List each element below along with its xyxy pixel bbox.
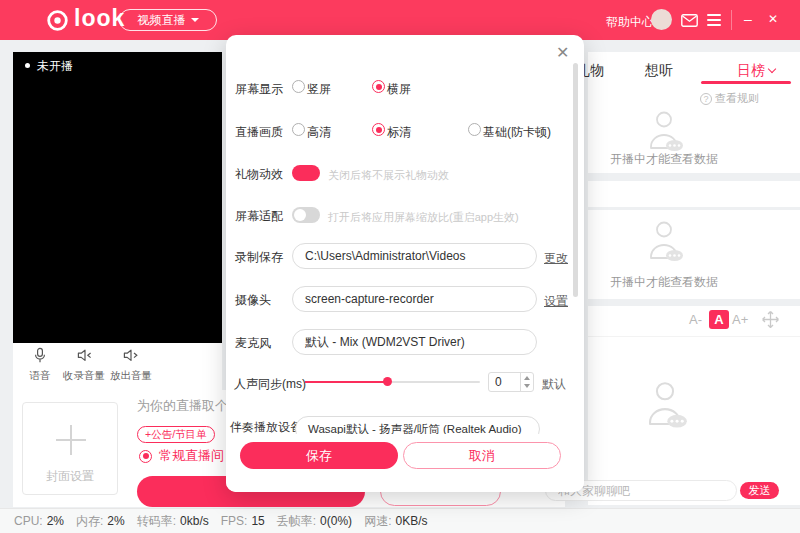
radio-landscape[interactable] [372, 80, 385, 93]
cover-upload-button[interactable]: 封面设置 [22, 402, 118, 495]
stream-mode-dropdown[interactable]: 视频直播 [119, 9, 217, 31]
stepper-arrows[interactable] [520, 373, 533, 391]
font-smaller-button[interactable]: A- [689, 312, 702, 327]
divider [588, 336, 800, 337]
empty-data-hint: 开播中才能查看数据 [588, 274, 740, 291]
stream-mode-label: 视频直播 [138, 13, 186, 27]
spacer-card [588, 181, 800, 207]
room-type-label: 常规直播间 [159, 447, 224, 465]
move-icon[interactable] [761, 310, 780, 333]
room-type-radio[interactable]: 常规直播间 [139, 447, 224, 465]
data-card: 开播中才能查看数据 [588, 210, 800, 299]
gift-effect-toggle[interactable] [292, 165, 320, 181]
arrow-down-icon [524, 384, 530, 388]
stat-memory: 内存:2% [76, 513, 125, 530]
view-rules-link[interactable]: ? 查看规则 [700, 91, 759, 106]
screen-fit-hint: 打开后将应用屏幕缩放比(重启app生效) [328, 210, 519, 225]
window-close-button[interactable]: ✕ [768, 9, 778, 29]
cancel-button[interactable]: 取消 [403, 442, 561, 469]
chevron-down-icon [768, 65, 776, 73]
quality-label: 直播画质 [235, 124, 283, 141]
save-button[interactable]: 保存 [240, 442, 398, 469]
video-preview: 未开播 [13, 52, 222, 343]
radio-sd-label[interactable]: 标清 [387, 124, 411, 141]
menu-icon[interactable] [707, 14, 721, 29]
user-silhouette-icon [644, 110, 684, 156]
question-icon: ? [700, 93, 712, 105]
camera-select[interactable]: screen-capture-recorder [292, 286, 537, 312]
radio-hd[interactable] [292, 123, 305, 136]
radio-portrait[interactable] [292, 80, 305, 93]
voice-sync-slider[interactable] [305, 381, 480, 383]
stat-dropped-frames: 丢帧率:0(0%) [277, 513, 352, 530]
offline-dot-icon [25, 63, 30, 68]
microphone-select[interactable]: 默认 - Mix (WDM2VST Driver) [292, 329, 537, 355]
settings-dialog: ✕ 屏幕显示 竖屏 横屏 直播画质 高清 标清 基础(防卡顿) 礼物动效 关闭后… [226, 35, 584, 492]
dialog-scrollbar[interactable] [573, 63, 578, 297]
tab-requests[interactable]: 想听 [645, 62, 673, 80]
video-preview-card: 未开播 语音 收录音量 放出音量 [13, 52, 222, 390]
output-volume-label: 放出音量 [107, 369, 155, 383]
chat-card: A- A A+ [588, 306, 800, 505]
font-larger-button[interactable]: A+ [732, 312, 748, 327]
chevron-down-icon [191, 18, 199, 22]
output-volume-button[interactable]: 放出音量 [107, 347, 155, 383]
radio-portrait-label[interactable]: 竖屏 [307, 81, 331, 98]
gift-effect-label: 礼物动效 [235, 166, 283, 183]
view-rules-label: 查看规则 [715, 91, 759, 106]
stat-fps: FPS:15 [221, 514, 265, 528]
voice-button[interactable]: 语音 [19, 347, 61, 383]
send-button[interactable]: 发送 [740, 482, 779, 499]
plus-icon [56, 425, 86, 455]
help-center-link[interactable]: 帮助中心 [606, 14, 654, 31]
ranking-card: 礼物 想听 日榜 ? 查看规则 开播中才能查看数据 [588, 52, 800, 173]
audio-controls-row: 语音 收录音量 放出音量 [19, 347, 155, 383]
slider-fill [305, 381, 388, 383]
screen-display-label: 屏幕显示 [235, 81, 283, 98]
slider-knob[interactable] [383, 377, 392, 386]
mail-icon[interactable] [681, 13, 698, 31]
minimize-button[interactable]: – [744, 9, 752, 29]
record-path-field[interactable]: C:\Users\Administrator\Videos [292, 243, 537, 269]
change-path-link[interactable]: 更改 [544, 250, 568, 267]
voice-label: 语音 [19, 369, 61, 383]
radio-basic[interactable] [468, 123, 481, 136]
voice-sync-label: 人声同步(ms) [234, 376, 306, 393]
record-volume-label: 收录音量 [61, 369, 107, 383]
font-current-button[interactable]: A [709, 310, 729, 329]
avatar[interactable] [651, 9, 672, 30]
voice-sync-input[interactable] [489, 373, 521, 391]
record-save-label: 录制保存 [235, 249, 283, 266]
camera-label: 摄像头 [235, 292, 271, 309]
radio-basic-label[interactable]: 基础(防卡顿) [483, 124, 551, 141]
radio-hd-label[interactable]: 高清 [307, 124, 331, 141]
radio-sd[interactable] [372, 123, 385, 136]
dialog-footer: 保存 取消 [226, 434, 584, 492]
stat-network: 网速:0KB/s [364, 513, 427, 530]
live-status-text: 未开播 [37, 58, 73, 75]
announcement-button[interactable]: +公告/节目单 [137, 426, 215, 443]
screen-fit-label: 屏幕适配 [235, 208, 283, 225]
camera-settings-link[interactable]: 设置 [544, 293, 568, 310]
user-silhouette-icon [642, 380, 688, 433]
user-silhouette-icon [644, 220, 684, 266]
tab-daily-rank-label: 日榜 [737, 62, 765, 78]
radio-icon [139, 450, 152, 463]
active-tab-underline [701, 81, 791, 84]
app-header: look 视频直播 帮助中心 – ✕ [0, 0, 800, 40]
microphone-label: 麦克风 [235, 335, 271, 352]
look-logo-icon [46, 9, 69, 36]
tab-daily-rank[interactable]: 日榜 [737, 62, 775, 80]
stat-cpu: CPU:2% [14, 514, 64, 528]
arrow-up-icon [524, 376, 530, 380]
voice-sync-default: 默认 [542, 376, 566, 393]
mic-icon [31, 350, 49, 367]
radio-landscape-label[interactable]: 横屏 [387, 81, 411, 98]
empty-data-hint: 开播中才能查看数据 [588, 151, 740, 168]
screen-fit-toggle[interactable] [292, 207, 320, 223]
dialog-close-button[interactable]: ✕ [556, 43, 569, 62]
record-volume-button[interactable]: 收录音量 [61, 347, 107, 383]
speaker-out-icon [122, 350, 140, 367]
gift-effect-hint: 关闭后将不展示礼物动效 [328, 168, 449, 183]
logo-text: look [74, 5, 125, 32]
